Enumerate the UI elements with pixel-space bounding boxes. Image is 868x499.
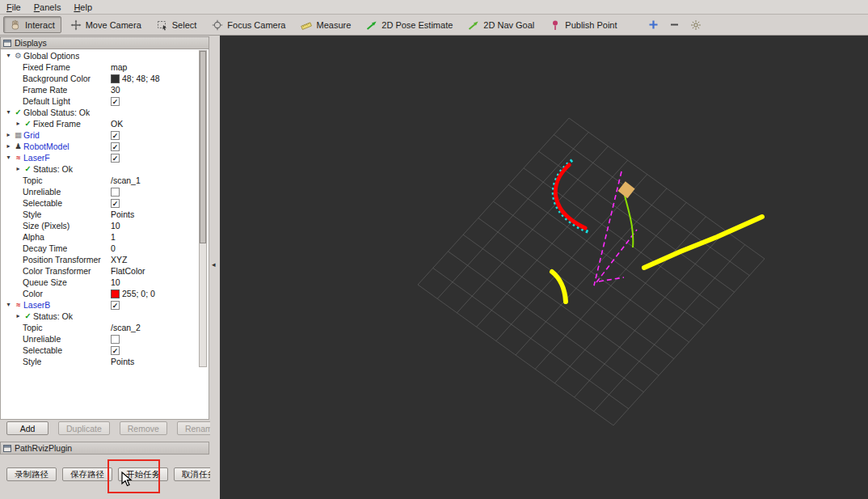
3d-viewport[interactable]: [220, 36, 868, 499]
remove-display-button[interactable]: Remove: [120, 421, 167, 435]
tool-label: Interact: [25, 20, 55, 30]
color-value-text[interactable]: 255; 0; 0: [122, 289, 155, 298]
expand-arrow-icon[interactable]: ▸: [4, 141, 13, 152]
tree-row[interactable]: StylePoints: [1, 356, 200, 367]
property-value[interactable]: Points: [111, 209, 134, 219]
tree-row[interactable]: Selectable✓: [1, 345, 200, 356]
tree-row[interactable]: Queue Size10: [1, 277, 200, 288]
tree-row[interactable]: ▸▦Grid✓: [1, 129, 200, 141]
tool-move-camera[interactable]: Move Camera: [64, 16, 148, 33]
tool-options-button[interactable]: [689, 19, 702, 32]
duplicate-display-button[interactable]: Duplicate: [58, 421, 110, 435]
property-value[interactable]: OK: [111, 119, 123, 129]
tree-row[interactable]: ▾≈LaserF✓: [1, 152, 200, 163]
tree-row[interactable]: Color TransformerFlatColor: [1, 265, 200, 277]
checkbox[interactable]: ✓: [111, 199, 120, 208]
tree-row[interactable]: Fixed Framemap: [1, 61, 200, 73]
path-plugin-titlebar[interactable]: PathRvizPlugin: [0, 442, 209, 455]
tree-row[interactable]: Position TransformerXYZ: [1, 254, 200, 265]
panel-splitter[interactable]: ◂: [210, 36, 220, 499]
add-tool-button[interactable]: [647, 19, 660, 32]
property-name: Topic: [23, 175, 43, 185]
tree-row[interactable]: StylePoints: [1, 209, 200, 220]
green-arrow-icon: [366, 19, 377, 31]
add-display-button[interactable]: Add: [6, 421, 48, 435]
save-path-button[interactable]: 保存路径: [62, 467, 112, 481]
collapse-arrow-icon[interactable]: ▾: [4, 299, 13, 311]
tree-row[interactable]: Unreliable: [1, 186, 200, 197]
property-value: ✓: [111, 97, 120, 106]
expand-arrow-icon[interactable]: ▸: [14, 118, 23, 129]
checkbox[interactable]: [111, 188, 120, 197]
tree-row[interactable]: Size (Pixels)10: [1, 220, 200, 231]
checkbox[interactable]: ✓: [111, 97, 120, 106]
tree-row[interactable]: Decay Time0: [1, 243, 200, 254]
property-value[interactable]: Points: [111, 357, 134, 366]
property-value[interactable]: /scan_2: [111, 323, 141, 332]
property-value[interactable]: XYZ: [111, 255, 127, 264]
checkbox[interactable]: ✓: [111, 346, 120, 355]
property-value[interactable]: map: [111, 62, 127, 72]
tree-row[interactable]: Alpha1: [1, 231, 200, 243]
tree-row[interactable]: Topic/scan_1: [1, 175, 200, 186]
sun-icon: [690, 19, 702, 31]
tree-scrollbar[interactable]: [199, 50, 207, 367]
tool-focus-camera[interactable]: Focus Camera: [205, 16, 292, 33]
property-value[interactable]: /scan_1: [111, 175, 141, 185]
property-name: Fixed Frame: [33, 119, 81, 129]
property-value[interactable]: FlatColor: [111, 266, 145, 276]
tree-row[interactable]: ▸✓Status: Ok: [1, 163, 200, 175]
checkbox[interactable]: ✓: [111, 154, 120, 163]
property-value[interactable]: 10: [111, 221, 120, 230]
property-value[interactable]: 1: [111, 232, 116, 242]
tree-row[interactable]: Topic/scan_2: [1, 322, 200, 333]
color-swatch[interactable]: [111, 74, 120, 83]
color-value-text[interactable]: 48; 48; 48: [122, 74, 160, 83]
planned-path-segment: [599, 277, 624, 281]
color-swatch[interactable]: [111, 290, 120, 298]
menu-panels[interactable]: Panels: [27, 1, 68, 14]
menu-file[interactable]: File: [0, 1, 27, 14]
grid-line: [554, 217, 706, 383]
tree-row[interactable]: ▸✓Status: Ok: [1, 311, 200, 322]
tool-2d-pose-estimate[interactable]: 2D Pose Estimate: [360, 16, 459, 33]
grid-line: [418, 118, 569, 285]
tree-row[interactable]: ▸✓Fixed FrameOK: [1, 118, 200, 129]
tree-row[interactable]: ▾≈LaserB✓: [1, 299, 200, 311]
collapse-arrow-icon[interactable]: ▾: [4, 107, 13, 118]
property-value[interactable]: 30: [111, 85, 120, 95]
checkbox[interactable]: ✓: [111, 131, 120, 140]
remove-tool-button[interactable]: [668, 19, 681, 32]
collapse-arrow-icon[interactable]: ▾: [4, 50, 13, 61]
displays-panel-titlebar[interactable]: Displays: [0, 36, 209, 49]
tree-row[interactable]: Color255; 0; 0: [1, 288, 200, 299]
expand-arrow-icon[interactable]: ▸: [14, 163, 23, 175]
tool-select[interactable]: Select: [150, 16, 204, 33]
collapse-arrow-icon[interactable]: ▾: [4, 152, 13, 163]
grid-line: [516, 188, 667, 355]
expand-arrow-icon[interactable]: ▸: [4, 129, 13, 141]
checkbox[interactable]: ✓: [111, 301, 120, 310]
checkbox[interactable]: [111, 335, 120, 344]
collapse-arrow-icon[interactable]: ◂: [212, 260, 216, 269]
tree-row[interactable]: ▾⚙Global Options: [1, 50, 200, 61]
tool-publish-point[interactable]: Publish Point: [543, 16, 623, 33]
tree-scrollbar-thumb[interactable]: [200, 51, 206, 243]
tree-row[interactable]: Background Color48; 48; 48: [1, 73, 200, 84]
tool-interact[interactable]: Interact: [3, 16, 61, 33]
tree-row[interactable]: Selectable✓: [1, 197, 200, 209]
tool-measure[interactable]: Measure: [294, 16, 357, 33]
property-value[interactable]: 10: [111, 277, 120, 287]
tree-row[interactable]: Unreliable: [1, 333, 200, 345]
record-path-button[interactable]: 录制路径: [6, 467, 57, 481]
property-name: Style: [23, 357, 41, 366]
tree-row[interactable]: ▾✓Global Status: Ok: [1, 107, 200, 118]
tool-2d-nav-goal[interactable]: 2D Nav Goal: [461, 16, 541, 33]
checkbox[interactable]: ✓: [111, 142, 120, 151]
menu-help[interactable]: Help: [67, 1, 99, 14]
tree-row[interactable]: ▸♟RobotModel✓: [1, 141, 200, 152]
tree-row[interactable]: Default Light✓: [1, 95, 200, 107]
property-value[interactable]: 0: [111, 243, 116, 253]
tree-row[interactable]: Frame Rate30: [1, 84, 200, 95]
expand-arrow-icon[interactable]: ▸: [14, 311, 23, 322]
